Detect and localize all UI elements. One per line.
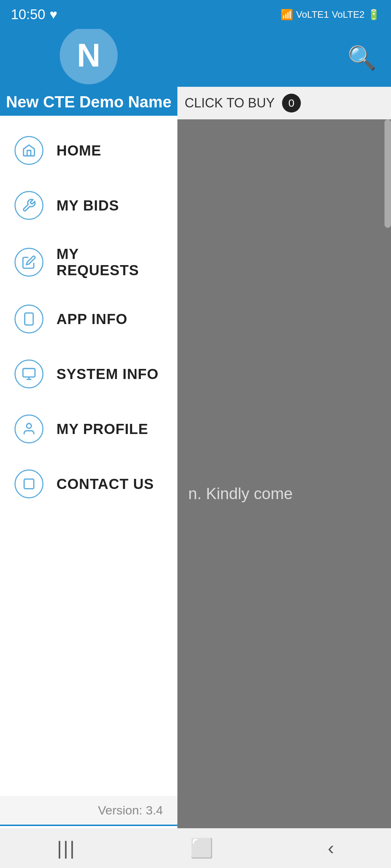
- contact-us-icon: [14, 469, 43, 498]
- nav-back-button[interactable]: ‹: [328, 837, 334, 859]
- wifi-icon: 📶: [281, 9, 293, 21]
- sidebar-item-my-profile[interactable]: MY PROFILE: [0, 401, 177, 456]
- signal-icon: VoLTE1: [296, 9, 329, 20]
- sidebar-item-app-info[interactable]: APP INFO: [0, 292, 177, 346]
- sidebar-item-home[interactable]: HOME: [0, 123, 177, 178]
- sidebar-item-my-bids-label: MY BIDS: [56, 197, 119, 214]
- bottom-nav-bar: ||| ⬜ ‹: [0, 828, 391, 868]
- my-profile-icon: [14, 414, 43, 443]
- version-label: Version: 3.4: [98, 803, 163, 817]
- sidebar-item-my-requests-label: MY REQUESTS: [56, 246, 163, 278]
- drawer-footer: Version: 3.4: [0, 796, 177, 825]
- right-panel-header: 🔍: [174, 29, 391, 87]
- status-bar: 10:50 ♥ 📶 VoLTE1 VoLTE2 🔋: [0, 0, 391, 29]
- search-icon[interactable]: 🔍: [348, 44, 377, 72]
- status-icons-group: 📶 VoLTE1 VoLTE2 🔋: [281, 9, 380, 21]
- click-to-buy-bar[interactable]: CLICK TO BUY 0: [174, 87, 391, 119]
- svg-rect-2: [23, 369, 35, 377]
- cart-badge: 0: [282, 94, 301, 112]
- right-background-panel: 🔍 CLICK TO BUY 0 n. Kindly come: [174, 29, 391, 868]
- system-info-icon: [14, 359, 43, 388]
- home-icon: [14, 136, 43, 165]
- sidebar-item-contact-us[interactable]: CONTACT US: [0, 456, 177, 511]
- signal2-icon: VoLTE2: [332, 9, 365, 20]
- avatar-letter: N: [77, 37, 101, 74]
- status-time-group: 10:50 ♥: [11, 7, 57, 22]
- svg-rect-0: [25, 313, 33, 325]
- battery-icon: 🔋: [367, 9, 380, 21]
- scrollbar[interactable]: [384, 119, 391, 228]
- sidebar-item-my-bids[interactable]: MY BIDS: [0, 178, 177, 233]
- sidebar-item-system-info-label: SYSTEM INFO: [56, 366, 159, 382]
- sidebar-item-app-info-label: APP INFO: [56, 311, 127, 327]
- sidebar-item-my-profile-label: MY PROFILE: [56, 421, 148, 437]
- right-panel-text: n. Kindly come: [188, 485, 293, 503]
- sidebar-item-contact-us-label: CONTACT US: [56, 476, 154, 492]
- nav-home-button[interactable]: ⬜: [190, 837, 214, 859]
- right-panel-content: n. Kindly come: [174, 119, 391, 868]
- heart-icon: ♥: [50, 7, 57, 22]
- app-info-icon: [14, 305, 43, 333]
- sidebar-item-system-info[interactable]: SYSTEM INFO: [0, 346, 177, 401]
- requests-icon: [14, 248, 43, 277]
- svg-rect-6: [24, 479, 34, 489]
- sidebar-item-home-label: HOME: [56, 142, 101, 159]
- nav-menu-button[interactable]: |||: [57, 837, 76, 859]
- svg-point-5: [26, 424, 31, 428]
- avatar: N: [60, 26, 118, 84]
- click-to-buy-label: CLICK TO BUY: [185, 95, 275, 111]
- bids-icon: [14, 191, 43, 220]
- drawer-menu: HOME MY BIDS MY REQUESTS: [0, 116, 177, 796]
- clock-display: 10:50: [11, 7, 45, 22]
- drawer-username: New CTE Demo Name: [6, 93, 171, 111]
- navigation-drawer: N New CTE Demo Name HOME MY BIDS: [0, 0, 177, 868]
- sidebar-item-my-requests[interactable]: MY REQUESTS: [0, 233, 177, 292]
